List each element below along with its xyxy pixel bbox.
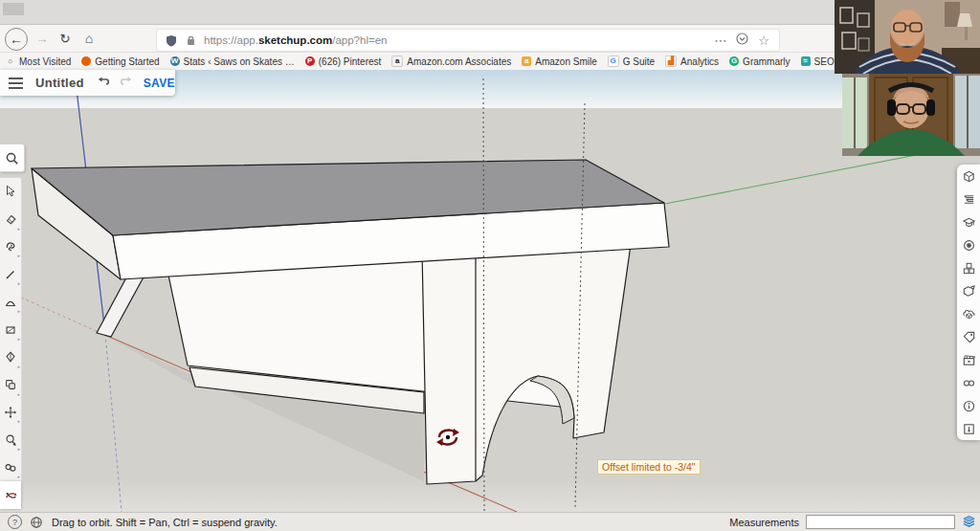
app-window: ← → ↻ ⌂ https://app.sketchup.com/app?hl=… (0, 0, 980, 531)
styles-icon[interactable] (957, 233, 980, 256)
headphone-cup-right (926, 100, 935, 116)
entity-info-icon[interactable] (957, 165, 980, 188)
tool-push-pull[interactable]: ▸ (0, 343, 21, 371)
sketchup-logo (962, 515, 976, 529)
left-toolbar: ▸ ▸ ▸ ▸ ▸ ▸ ▸ ▸ ▸ ▸ (0, 177, 22, 510)
face-top (891, 10, 924, 46)
status-hint: Drag to orbit. Shift = Pan, Ctrl = suspe… (52, 517, 278, 528)
webcam-video-top (835, 0, 980, 74)
tool-move[interactable]: ▸ (0, 399, 21, 427)
redo-icon[interactable] (119, 75, 132, 92)
tool-paint[interactable]: ▸ (0, 233, 21, 261)
search-icon (5, 151, 19, 166)
geolocation-icon[interactable] (30, 516, 43, 529)
materials-icon[interactable] (957, 279, 980, 302)
wall-art (945, 2, 960, 27)
offset-tooltip: Offset limited to -3/4" (597, 459, 701, 475)
status-bar: ? Drag to orbit. Shift = Pan, Ctrl = sus… (0, 512, 980, 531)
help-icon[interactable]: ? (8, 515, 22, 529)
instructor-icon[interactable] (957, 210, 980, 233)
warehouse-icon[interactable] (957, 302, 980, 325)
tool-select[interactable] (0, 178, 21, 206)
tags-icon[interactable] (957, 325, 980, 348)
scenes-icon[interactable] (957, 348, 980, 371)
tool-orbit[interactable] (0, 481, 21, 509)
outliner-icon[interactable] (957, 188, 980, 210)
ground-fade (0, 478, 980, 512)
tool-offset[interactable]: ▸ (0, 371, 21, 399)
right-panel (957, 165, 980, 440)
search-tool-button[interactable] (0, 144, 25, 172)
soften-edges-icon[interactable] (957, 371, 980, 394)
document-title[interactable]: Untitled (35, 76, 84, 90)
sketchup-header: Untitled SAVE (0, 70, 175, 96)
components-icon[interactable] (957, 256, 980, 279)
measurements-input[interactable] (806, 515, 955, 529)
headphone-cup-left (887, 100, 896, 116)
save-button[interactable]: SAVE (144, 77, 175, 90)
tool-shapes[interactable]: ▸ (0, 316, 21, 343)
model-info-icon[interactable] (957, 394, 980, 417)
measurements-label: Measurements (729, 517, 799, 528)
tool-eraser[interactable]: ▸ (0, 206, 21, 233)
tool-arc[interactable]: ▸ (0, 288, 21, 316)
tool-line[interactable]: ▸ (0, 260, 21, 288)
tool-rotate[interactable]: ▸ (0, 426, 21, 454)
add-location-icon[interactable] (957, 417, 980, 440)
undo-icon[interactable] (98, 75, 111, 92)
menu-icon[interactable] (9, 77, 23, 89)
webcam-video-bottom (842, 74, 980, 156)
tool-tape-measure[interactable]: ▸ (0, 454, 21, 481)
